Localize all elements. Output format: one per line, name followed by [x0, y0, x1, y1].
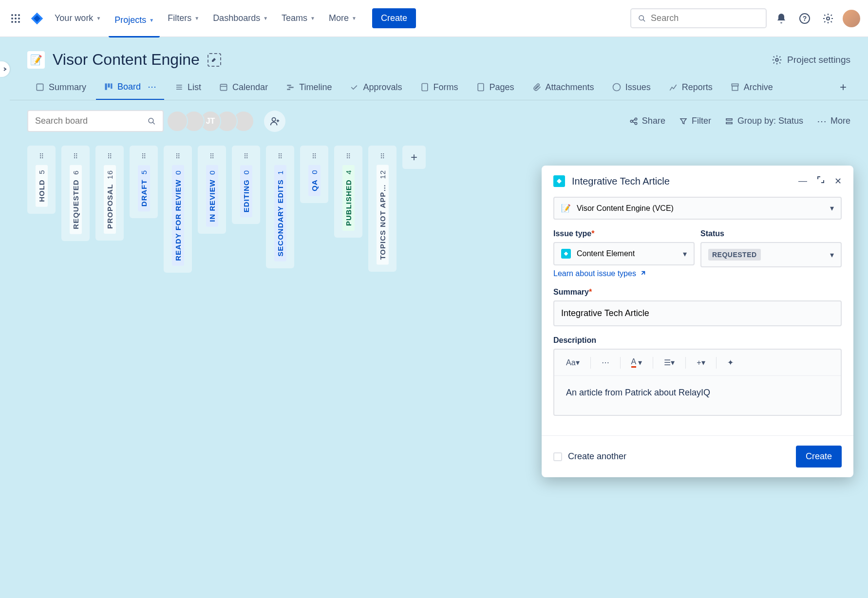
column-label: EDITING0 [240, 165, 252, 217]
insert-button[interactable]: +▾ [693, 355, 709, 370]
add-column-button[interactable]: + [402, 146, 426, 169]
project-title: Visor Content Engine [53, 51, 200, 69]
svg-rect-22 [220, 84, 226, 91]
board-search-input[interactable] [35, 116, 148, 126]
board-column[interactable]: ⠿ REQUESTED6 [61, 146, 90, 241]
more-formatting-button[interactable]: ⋯ [598, 355, 613, 370]
add-person-button[interactable] [264, 111, 285, 132]
column-count: 0 [242, 170, 250, 174]
drag-handle-icon[interactable]: ⠿ [141, 152, 146, 160]
add-tab-button[interactable]: + [836, 76, 850, 98]
search-input[interactable] [651, 13, 759, 23]
tab-summary[interactable]: Summary [27, 75, 94, 99]
board-column[interactable]: ⠿ PUBLISHED4 [334, 146, 362, 238]
tab-reports[interactable]: Reports [660, 75, 720, 99]
summary-input[interactable] [553, 300, 842, 326]
nav-dashboards[interactable]: Dashboards▼ [207, 9, 274, 27]
notifications-icon[interactable] [773, 10, 790, 27]
search-icon [148, 117, 156, 126]
nav-right: ? [630, 8, 860, 28]
board-column[interactable]: ⠿ EDITING0 [232, 146, 260, 224]
status-badge: REQUESTED [708, 249, 761, 261]
filter-button[interactable]: Filter [679, 116, 711, 126]
drag-handle-icon[interactable]: ⠿ [346, 152, 351, 160]
board-column[interactable]: ⠿ PROPOSAL16 [95, 146, 124, 241]
tab-list[interactable]: List [166, 75, 209, 99]
avatar[interactable] [167, 111, 188, 132]
toolbar-right: Share Filter Group by: Status ⋯More [629, 115, 850, 127]
board-column[interactable]: ⠿ QA0 [300, 146, 328, 203]
jira-logo-icon[interactable] [29, 11, 45, 26]
tab-board[interactable]: Board⋯ [96, 75, 164, 100]
board-column[interactable]: ⠿ TOPICS NOT APP…12 [368, 146, 396, 272]
global-search[interactable] [630, 8, 767, 28]
text-color-button[interactable]: A▾ [627, 355, 646, 371]
drag-handle-icon[interactable]: ⠿ [209, 152, 214, 160]
modal-create-button[interactable]: Create [796, 446, 842, 467]
tab-attachments[interactable]: Attachments [524, 75, 602, 99]
nav-your-work[interactable]: Your work▼ [49, 9, 107, 27]
nav-filters[interactable]: Filters▼ [162, 9, 205, 27]
drag-handle-icon[interactable]: ⠿ [107, 152, 112, 160]
column-count: 4 [344, 170, 353, 174]
more-button[interactable]: ⋯More [817, 115, 850, 127]
svg-line-41 [632, 121, 635, 123]
board-column[interactable]: ⠿ IN REVIEW0 [198, 146, 226, 234]
user-avatar[interactable] [843, 10, 860, 27]
app-switcher-icon[interactable] [8, 11, 23, 26]
tab-timeline[interactable]: Timeline [278, 75, 340, 99]
column-label: REQUESTED6 [70, 165, 82, 234]
tab-more-icon[interactable]: ⋯ [148, 81, 156, 92]
tab-approvals[interactable]: Approvals [341, 75, 410, 99]
drag-handle-icon[interactable]: ⠿ [312, 152, 317, 160]
project-color-picker[interactable] [208, 53, 221, 67]
drag-handle-icon[interactable]: ⠿ [73, 152, 78, 160]
share-button[interactable]: Share [629, 116, 665, 126]
create-another-checkbox[interactable]: Create another [553, 451, 626, 462]
svg-point-32 [149, 118, 153, 123]
drag-handle-icon[interactable]: ⠿ [175, 152, 180, 160]
project-icon: 📝 [561, 204, 571, 213]
board-column[interactable]: ⠿ DRAFT5 [130, 146, 158, 218]
minimize-icon[interactable]: — [798, 176, 807, 187]
project-select[interactable]: 📝 Visor Content Engine (VCE) ▾ [553, 197, 842, 220]
project-settings-button[interactable]: Project settings [772, 55, 850, 65]
group-by-button[interactable]: Group by: Status [725, 116, 803, 126]
issue-type-select[interactable]: Content Element ▾ [553, 242, 695, 265]
svg-point-9 [639, 15, 643, 19]
tab-archive[interactable]: Archive [722, 75, 781, 99]
nav-projects[interactable]: Projects▼ [109, 11, 160, 37]
svg-rect-16 [105, 83, 107, 90]
ai-button[interactable]: ✦ [723, 355, 737, 370]
board-column[interactable]: ⠿ SECONDARY EDITS1 [266, 146, 294, 268]
nav-teams[interactable]: Teams▼ [276, 9, 321, 27]
create-button[interactable]: Create [372, 8, 416, 28]
tab-calendar[interactable]: Calendar [211, 75, 276, 99]
svg-line-40 [632, 119, 635, 121]
tab-forms[interactable]: Forms [412, 75, 466, 99]
drag-handle-icon[interactable]: ⠿ [380, 152, 385, 160]
settings-icon[interactable] [819, 10, 837, 27]
tab-pages[interactable]: Pages [468, 75, 522, 99]
learn-issue-types-link[interactable]: Learn about issue types [553, 269, 646, 278]
drag-handle-icon[interactable]: ⠿ [244, 152, 248, 160]
nav-more[interactable]: More▼ [323, 9, 362, 27]
board-toolbar: JT Share Filter Group by: Status ⋯More [10, 100, 868, 142]
status-select[interactable]: REQUESTED ▾ [700, 242, 842, 267]
description-content[interactable]: An article from Patrick about RelayIQ [554, 376, 841, 415]
text-style-button[interactable]: Aa▾ [562, 355, 584, 370]
board-column[interactable]: ⠿ HOLD5 [27, 146, 56, 214]
list-button[interactable]: ☰▾ [660, 355, 679, 370]
modal-body: 📝 Visor Content Engine (VCE) ▾ Issue typ… [542, 197, 853, 435]
gear-icon [772, 55, 782, 65]
drag-handle-icon[interactable]: ⠿ [278, 152, 283, 160]
close-icon[interactable]: ✕ [834, 176, 842, 187]
help-icon[interactable]: ? [796, 10, 813, 27]
expand-icon[interactable] [817, 176, 825, 187]
tab-issues[interactable]: Issues [604, 75, 659, 99]
sidebar-expand-handle[interactable] [0, 61, 10, 77]
drag-handle-icon[interactable]: ⠿ [39, 152, 44, 160]
board-search[interactable] [27, 110, 164, 132]
column-count: 0 [208, 170, 216, 174]
board-column[interactable]: ⠿ READY FOR REVIEW0 [164, 146, 192, 273]
